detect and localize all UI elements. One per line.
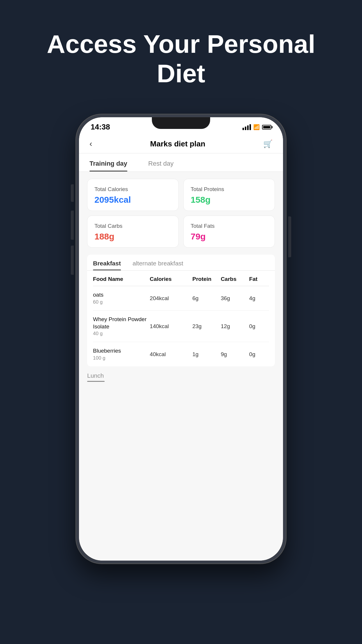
food-table: Food Name Calories Protein Carbs Fat oat…	[87, 271, 275, 366]
food-carb-oats: 36g	[221, 295, 249, 302]
table-header: Food Name Calories Protein Carbs Fat	[93, 271, 269, 286]
nav-bar: ‹ Marks diet plan 🛒	[79, 134, 283, 153]
phone-screen: 14:38 📶 ‹ Marks diet pla	[79, 117, 283, 561]
food-name-cell-oats: oats 60 g	[93, 291, 150, 305]
stats-grid: Total Calories 2095kcal Total Proteins 1…	[87, 179, 275, 248]
food-name-whey: Whey Protein Powder Isolate	[93, 316, 150, 330]
phone-frame: 14:38 📶 ‹ Marks diet pla	[76, 114, 286, 564]
signal-icon	[242, 124, 251, 130]
stat-value-fats: 79g	[191, 232, 268, 242]
col-header-protein: Protein	[192, 276, 221, 282]
food-carb-blueberries: 9g	[221, 351, 249, 358]
table-row: Whey Protein Powder Isolate 40 g 140kcal…	[93, 311, 269, 342]
meal-tabs: Breakfast alternate breakfast	[87, 255, 275, 271]
side-button-vol-down	[71, 246, 74, 275]
side-button-vol-up	[71, 211, 74, 240]
tab-training-day[interactable]: Training day	[79, 153, 138, 172]
status-time: 14:38	[91, 123, 110, 132]
food-fat-blueberries: 0g	[249, 351, 269, 358]
notch	[152, 117, 210, 129]
tab-rest-day[interactable]: Rest day	[138, 153, 184, 172]
lunch-label: Lunch	[87, 372, 275, 379]
food-cal-blueberries: 40kcal	[150, 351, 192, 358]
status-bar: 14:38 📶	[79, 117, 283, 134]
stat-label-calories: Total Calories	[94, 186, 171, 192]
food-prot-whey: 23g	[192, 323, 221, 330]
lunch-section-header: Lunch	[87, 366, 275, 384]
col-header-name: Food Name	[93, 276, 150, 282]
stat-card-fats: Total Fats 79g	[183, 216, 275, 248]
food-name-blueberries: Blueberries	[93, 347, 150, 355]
table-row: Blueberries 100 g 40kcal 1g 9g 0g	[93, 342, 269, 366]
food-weight-oats: 60 g	[93, 299, 150, 305]
page-title: Marks diet plan	[150, 139, 205, 148]
side-button-mute	[71, 184, 74, 202]
col-header-calories: Calories	[150, 276, 192, 282]
stat-label-fats: Total Fats	[191, 223, 268, 229]
phone-mockup: 14:38 📶 ‹ Marks diet pla	[76, 114, 286, 564]
wifi-icon: 📶	[253, 124, 260, 130]
food-prot-oats: 6g	[192, 295, 221, 302]
lunch-underline	[87, 381, 105, 382]
tab-breakfast[interactable]: Breakfast	[87, 255, 127, 270]
food-fat-whey: 0g	[249, 323, 269, 330]
stat-label-proteins: Total Proteins	[191, 186, 268, 192]
day-tabs: Training day Rest day	[79, 153, 283, 172]
food-cal-oats: 204kcal	[150, 295, 192, 302]
tab-alternate-breakfast[interactable]: alternate breakfast	[127, 255, 189, 270]
hero-title: Access Your Personal Diet	[0, 0, 362, 106]
stat-value-calories: 2095kcal	[94, 195, 171, 205]
cart-icon[interactable]: 🛒	[263, 139, 273, 148]
table-row: oats 60 g 204kcal 6g 36g 4g	[93, 286, 269, 311]
food-weight-whey: 40 g	[93, 331, 150, 337]
food-carb-whey: 12g	[221, 323, 249, 330]
food-name-oats: oats	[93, 291, 150, 299]
back-button[interactable]: ‹	[89, 139, 92, 148]
col-header-fat: Fat	[249, 276, 269, 282]
stat-card-calories: Total Calories 2095kcal	[87, 179, 179, 211]
stat-card-carbs: Total Carbs 188g	[87, 216, 179, 248]
stat-label-carbs: Total Carbs	[94, 223, 171, 229]
food-cal-whey: 140kcal	[150, 323, 192, 330]
content-area: Total Calories 2095kcal Total Proteins 1…	[79, 172, 283, 561]
food-weight-blueberries: 100 g	[93, 355, 150, 361]
stat-value-proteins: 158g	[191, 195, 268, 205]
side-button-power	[288, 216, 291, 257]
food-name-cell-whey: Whey Protein Powder Isolate 40 g	[93, 316, 150, 337]
food-name-cell-blueberries: Blueberries 100 g	[93, 347, 150, 361]
food-fat-oats: 4g	[249, 295, 269, 302]
col-header-carbs: Carbs	[221, 276, 249, 282]
stat-card-proteins: Total Proteins 158g	[183, 179, 275, 211]
food-prot-blueberries: 1g	[192, 351, 221, 358]
stat-value-carbs: 188g	[94, 232, 171, 242]
status-icons: 📶	[242, 124, 271, 130]
battery-icon	[262, 125, 271, 130]
